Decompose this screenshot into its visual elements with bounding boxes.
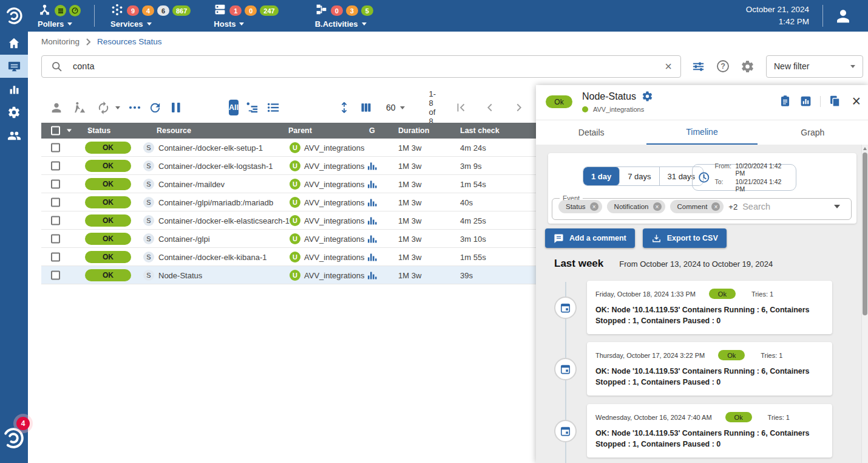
resource-name[interactable]: Container-/glpi/mariadb:/mariadb <box>158 197 273 207</box>
header-parent[interactable]: Parent <box>288 126 312 135</box>
next-page-icon[interactable] <box>512 101 526 114</box>
graph-icon[interactable] <box>368 197 377 207</box>
table-row[interactable]: OK S Container-/glpi/mariadb:/mariadb U … <box>41 193 536 211</box>
row-checkbox[interactable] <box>51 216 60 225</box>
view-all-button[interactable]: All <box>229 100 239 115</box>
scrollbar-thumb[interactable] <box>863 153 867 315</box>
search-input[interactable] <box>73 61 662 71</box>
parent-name[interactable]: AVV_integrations <box>304 270 365 280</box>
row-checkbox[interactable] <box>51 197 60 207</box>
bactivities-critical-badge[interactable]: 0 <box>331 5 343 16</box>
export-csv-button[interactable]: Export to CSV <box>643 228 727 248</box>
sidebar-item-home[interactable] <box>0 32 28 55</box>
select-options-chevron-icon[interactable] <box>67 129 72 132</box>
tab-details[interactable]: Details <box>536 120 646 145</box>
menu-pollers[interactable]: Pollers <box>38 4 81 29</box>
services-warning-badge[interactable]: 4 <box>142 5 154 16</box>
row-checkbox[interactable] <box>51 234 60 243</box>
hosts-warning-badge[interactable]: 0 <box>245 5 257 16</box>
page-size-select[interactable]: 60 <box>386 103 405 112</box>
resource-name[interactable]: Container-/docker-elk-elasticsearch-1 <box>158 216 290 225</box>
bactivities-warning-badge[interactable]: 3 <box>346 5 358 16</box>
range-7-days-button[interactable]: 7 days <box>620 167 659 185</box>
breadcrumb-section[interactable]: Monitoring <box>41 37 80 46</box>
sidebar-item-reporting[interactable] <box>0 78 28 101</box>
hosts-ok-badge[interactable]: 247 <box>260 5 278 16</box>
add-comment-button[interactable]: Add a comment <box>545 228 635 248</box>
tab-timeline[interactable]: Timeline <box>646 120 757 145</box>
resource-name[interactable]: Container-/docker-elk-setup-1 <box>158 143 263 152</box>
resource-name[interactable]: Node-Status <box>158 270 202 280</box>
scroll-up-arrow-icon[interactable] <box>863 147 867 150</box>
menu-hosts[interactable]: 1 0 247 Hosts <box>214 4 278 29</box>
graph-icon[interactable] <box>368 252 377 261</box>
resource-name[interactable]: Container-/maildev <box>158 179 225 188</box>
table-row[interactable]: OK S Container-/maildev U AVV_integratio… <box>41 175 536 193</box>
table-row[interactable]: OK S Container-/docker-elk-setup-1 U AVV… <box>41 139 536 157</box>
resource-settings-icon[interactable] <box>642 91 653 102</box>
parent-name[interactable]: AVV_integrations <box>304 234 365 243</box>
row-checkbox[interactable] <box>51 179 60 188</box>
table-row[interactable]: OK S Container-/docker-elk-logstash-1 U … <box>41 157 536 175</box>
chevron-down-icon[interactable] <box>834 205 840 208</box>
clear-search-icon[interactable]: × <box>662 60 674 74</box>
pause-icon[interactable] <box>171 101 181 114</box>
refresh-icon[interactable] <box>148 101 162 115</box>
custom-period-button[interactable]: From: 10/20/2024 1:42 PM To: 10/21/2024 … <box>692 164 796 191</box>
header-last-check[interactable]: Last check <box>460 126 500 135</box>
first-page-icon[interactable] <box>454 101 467 114</box>
services-ok-badge[interactable]: 867 <box>172 5 191 16</box>
header-resource[interactable]: Resource <box>157 126 191 135</box>
downtime-icon[interactable] <box>72 101 87 114</box>
search-box[interactable]: × <box>41 55 681 78</box>
menu-services[interactable]: 9 4 6 867 Services <box>110 4 191 29</box>
more-downtime-chevron-icon[interactable] <box>115 106 120 109</box>
graph-icon[interactable] <box>368 161 377 170</box>
saved-filter-select[interactable]: New filter <box>766 55 863 78</box>
more-chips-count[interactable]: +2 <box>728 202 737 211</box>
sidebar-item-administration[interactable] <box>0 124 28 147</box>
graph-icon[interactable] <box>368 234 377 243</box>
user-menu-button[interactable] <box>834 7 852 25</box>
sidebar-bottom-logo[interactable]: 4 <box>1 417 27 451</box>
parent-name[interactable]: AVV_integrations <box>304 216 365 225</box>
settings-gear-icon[interactable] <box>741 60 754 74</box>
set-downtime-on-services-icon[interactable] <box>97 101 110 115</box>
notification-count-badge[interactable]: 4 <box>16 417 30 430</box>
list-view-icon[interactable] <box>266 101 280 114</box>
panel-scrollbar[interactable] <box>861 145 868 463</box>
row-checkbox[interactable] <box>51 161 60 170</box>
breadcrumb-page[interactable]: Resources Status <box>97 37 162 46</box>
remove-chip-icon[interactable]: × <box>590 202 598 211</box>
notes-icon[interactable] <box>779 95 792 108</box>
sidebar-item-configuration[interactable] <box>0 101 28 124</box>
help-icon[interactable]: ? <box>716 59 730 74</box>
timeline-event-card[interactable]: Wednesday, October 16, 2024 7:40 AM Ok T… <box>587 404 832 458</box>
columns-icon[interactable] <box>359 101 373 114</box>
resource-name[interactable]: Container-/docker-elk-kibana-1 <box>158 252 266 261</box>
parent-name[interactable]: AVV_integrations <box>304 252 365 261</box>
previous-page-icon[interactable] <box>483 101 497 114</box>
row-checkbox[interactable] <box>51 143 60 152</box>
table-row[interactable]: OK S Container-/glpi U AVV_integrations … <box>41 230 536 248</box>
menu-bactivities[interactable]: 0 3 5 B.Activities <box>315 4 373 29</box>
graph-icon[interactable] <box>368 179 377 188</box>
select-all-checkbox[interactable] <box>51 126 60 135</box>
timeline-event-card[interactable]: Thursday, October 17, 2024 3:22 PM Ok Tr… <box>587 342 832 396</box>
parent-name[interactable]: AVV_integrations <box>304 197 365 207</box>
copy-link-icon[interactable] <box>829 95 841 108</box>
resource-name[interactable]: Container-/glpi <box>158 234 210 243</box>
more-actions-icon[interactable] <box>129 105 141 110</box>
parent-name[interactable]: AVV_integrations <box>304 179 365 188</box>
centreon-logo[interactable] <box>0 0 28 32</box>
bactivities-ok-badge[interactable]: 5 <box>361 5 373 16</box>
remove-chip-icon[interactable]: × <box>711 202 720 211</box>
table-row[interactable]: OK S Container-/docker-elk-elasticsearch… <box>41 211 536 230</box>
tree-view-icon[interactable] <box>245 101 259 115</box>
graph-icon[interactable] <box>368 216 377 225</box>
services-critical-badge[interactable]: 9 <box>127 5 139 16</box>
timeline-event-card[interactable]: Friday, October 18, 2024 1:33 PM Ok Trie… <box>587 281 832 334</box>
close-panel-icon[interactable]: × <box>852 94 861 109</box>
acknowledge-icon[interactable] <box>50 101 63 114</box>
event-search-input[interactable] <box>742 202 809 211</box>
